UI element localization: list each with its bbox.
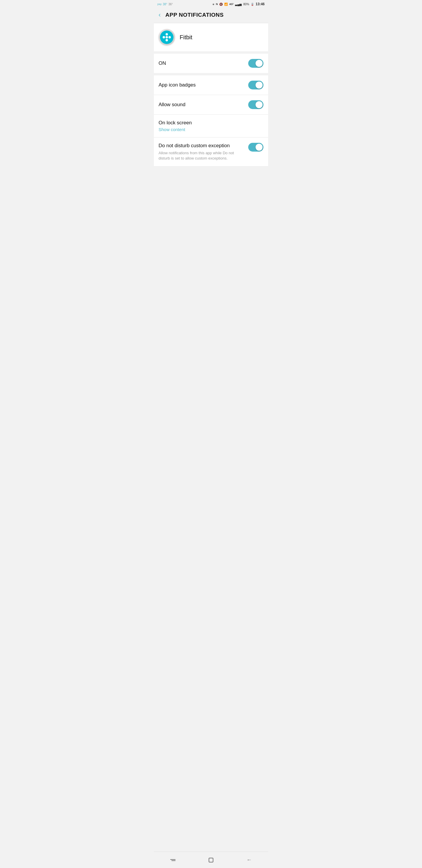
signal-icon: ▃▄▅ bbox=[235, 3, 242, 6]
status-time: 13:46 bbox=[256, 2, 265, 6]
status-left: pay 38° 36° bbox=[157, 3, 173, 6]
dot-4 bbox=[163, 36, 165, 38]
dot-1 bbox=[163, 33, 165, 35]
mute-icon: 🔇 bbox=[219, 3, 223, 6]
lock-screen-item: On lock screen Show content bbox=[154, 115, 268, 137]
samsung-pay-label: pay bbox=[157, 3, 162, 6]
allow-sound-item: Allow sound bbox=[154, 95, 268, 115]
battery-icon: 🪫 bbox=[251, 3, 254, 6]
dnd-item: Do not disturb custom exception Allow no… bbox=[154, 137, 268, 166]
on-label: ON bbox=[159, 60, 166, 66]
app-name: Fitbit bbox=[180, 34, 192, 41]
dot-9 bbox=[168, 39, 171, 41]
app-icon-badges-track bbox=[248, 81, 263, 89]
app-icon-badges-label: App icon badges bbox=[159, 82, 196, 88]
fitbit-icon bbox=[160, 31, 173, 44]
app-header: ‹ APP NOTIFICATIONS bbox=[154, 8, 268, 23]
allow-sound-thumb bbox=[256, 101, 263, 108]
fitbit-dots bbox=[163, 33, 171, 41]
status-right: ∗ N 🔇 📶 4Gᴸ ▃▄▅ 80% 🪫 13:46 bbox=[212, 2, 265, 6]
nfc-icon: N bbox=[216, 3, 218, 6]
dnd-subtitle: Allow notifications from this app while … bbox=[159, 150, 244, 161]
on-toggle-thumb bbox=[256, 60, 263, 67]
on-toggle[interactable] bbox=[248, 59, 263, 68]
dot-8 bbox=[166, 39, 168, 41]
battery-percentage: 80% bbox=[243, 3, 249, 6]
dnd-toggle-thumb bbox=[256, 144, 263, 151]
4g-icon: 4Gᴸ bbox=[229, 3, 234, 6]
allow-sound-label: Allow sound bbox=[159, 102, 186, 107]
app-icon-wrapper bbox=[159, 29, 175, 45]
app-icon-badges-thumb bbox=[256, 82, 263, 89]
settings-list: App icon badges Allow sound On lock scre… bbox=[154, 75, 268, 166]
app-card: Fitbit bbox=[154, 23, 268, 54]
allow-sound-toggle[interactable] bbox=[248, 100, 263, 109]
allow-sound-track bbox=[248, 100, 263, 109]
on-toggle-item: ON bbox=[154, 54, 268, 73]
lock-screen-title: On lock screen bbox=[159, 120, 263, 126]
dot-5 bbox=[166, 36, 168, 38]
app-icon-badges-toggle[interactable] bbox=[248, 81, 263, 89]
dot-2 bbox=[166, 33, 168, 35]
on-toggle-track bbox=[248, 59, 263, 68]
show-content-button[interactable]: Show content bbox=[159, 127, 263, 132]
on-section: ON bbox=[154, 54, 268, 75]
dnd-title: Do not disturb custom exception bbox=[159, 143, 244, 149]
dot-6 bbox=[168, 36, 171, 38]
dnd-toggle[interactable] bbox=[248, 143, 263, 152]
app-icon-badges-item: App icon badges bbox=[154, 75, 268, 95]
main-content: Fitbit ON App icon badges Allow sound bbox=[154, 23, 268, 187]
dnd-toggle-track bbox=[248, 143, 263, 152]
temp-high: 38° bbox=[163, 3, 167, 6]
dot-7 bbox=[163, 39, 165, 41]
dot-3 bbox=[168, 33, 171, 35]
back-button[interactable]: ‹ bbox=[159, 12, 161, 18]
page-title: APP NOTIFICATIONS bbox=[165, 12, 224, 18]
bluetooth-icon: ∗ bbox=[212, 3, 215, 6]
dnd-text-wrapper: Do not disturb custom exception Allow no… bbox=[159, 143, 248, 161]
wifi-icon: 📶 bbox=[224, 3, 228, 6]
status-bar: pay 38° 36° ∗ N 🔇 📶 4Gᴸ ▃▄▅ 80% 🪫 13:46 bbox=[154, 0, 268, 8]
temp-low: 36° bbox=[168, 3, 173, 6]
